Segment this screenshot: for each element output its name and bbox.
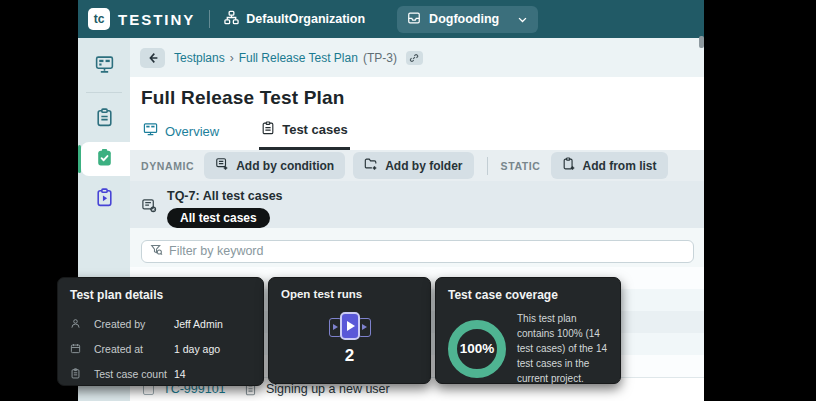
title-section: Full Release Test Plan Overview: [130, 77, 704, 150]
detail-value: 14: [174, 368, 186, 380]
add-by-folder-label: Add by folder: [385, 159, 462, 173]
toolbar-divider: [487, 157, 488, 175]
testiny-logo-icon[interactable]: tc: [88, 8, 110, 30]
add-toolbar: DYNAMIC Add by condition Add by folder: [130, 150, 704, 181]
filter-keyword-input[interactable]: [169, 244, 685, 258]
sidebar-item-testplans[interactable]: [78, 142, 130, 176]
organization-icon: [224, 10, 239, 28]
organization-name: DefaultOrganization: [246, 12, 365, 26]
active-item-indicator: [78, 145, 81, 173]
breadcrumb-separator: ›: [230, 51, 234, 65]
sidebar-item-testcases[interactable]: [78, 102, 130, 136]
filter-input-container: [141, 240, 694, 263]
test-plan-details-panel: Test plan details Created by Jeff Admin …: [57, 277, 264, 386]
brand-name: TESTINY: [118, 11, 195, 28]
query-info: TQ-7: All test cases All test cases: [167, 187, 283, 228]
coverage-description: This test plan contains 100% (14 test ca…: [517, 311, 608, 386]
breadcrumb-id: (TP-3): [363, 51, 397, 65]
breadcrumb-row: Testplans › Full Release Test Plan (TP-3…: [130, 38, 704, 77]
permalink-icon[interactable]: [406, 51, 423, 65]
test-query-section: TQ-7: All test cases All test cases: [130, 181, 704, 228]
open-runs-body: 2: [281, 304, 418, 373]
clipboard-small-icon: [70, 368, 84, 379]
filter-funnel-icon: [150, 242, 163, 260]
clipboard-icon: [94, 107, 115, 132]
query-title: TQ-7: All test cases: [167, 189, 283, 203]
filter-row: [130, 239, 704, 267]
test-case-coverage-panel: Test case coverage 100% This test plan c…: [435, 277, 621, 384]
breadcrumb: Testplans › Full Release Test Plan (TP-3…: [174, 51, 397, 65]
sidebar-item-testruns[interactable]: [78, 182, 130, 216]
breadcrumb-current-link[interactable]: Full Release Test Plan: [239, 51, 358, 65]
coverage-body: 100% This test plan contains 100% (14 te…: [448, 311, 608, 386]
chevron-down-icon: [517, 14, 528, 25]
scrollbar-thumb[interactable]: [699, 36, 704, 48]
section-spacer: [130, 228, 704, 238]
run-play-icon: [340, 312, 360, 340]
breadcrumb-testplans-link[interactable]: Testplans: [174, 51, 225, 65]
sidebar-separator: [86, 92, 122, 93]
person-icon: [70, 318, 84, 329]
detail-row-created-by: Created by Jeff Admin: [70, 311, 251, 336]
tab-test-cases[interactable]: Test cases: [259, 121, 350, 150]
project-name: Dogfooding: [429, 12, 499, 26]
document-plus-icon: [215, 157, 229, 174]
query-gear-icon: [141, 197, 158, 228]
add-by-condition-label: Add by condition: [236, 159, 334, 173]
detail-row-test-case-count: Test case count 14: [70, 361, 251, 386]
dashboard-icon: [94, 54, 115, 79]
tab-overview-label: Overview: [165, 124, 219, 139]
dynamic-label: DYNAMIC: [141, 160, 194, 172]
page-title: Full Release Test Plan: [141, 87, 704, 109]
open-runs-title: Open test runs: [281, 288, 418, 300]
calendar-icon: [70, 343, 84, 354]
detail-value: Jeff Admin: [174, 318, 223, 330]
testplan-tooltip-overlay: Test plan details Created by Jeff Admin …: [57, 277, 621, 386]
clipboard-plus-icon: [562, 157, 576, 174]
add-from-list-label: Add from list: [583, 159, 657, 173]
top-bar: tc TESTINY DefaultOrganization Dogfoodin…: [78, 0, 704, 38]
detail-label: Test case count: [94, 368, 174, 380]
test-runs-stack-icon: [326, 311, 374, 343]
folder-plus-icon: [364, 157, 378, 174]
detail-label: Created by: [94, 318, 174, 330]
coverage-donut-chart: 100%: [448, 320, 506, 378]
detail-label: Created at: [94, 343, 174, 355]
tab-overview[interactable]: Overview: [141, 121, 221, 150]
detail-value: 1 day ago: [174, 343, 220, 355]
static-label: STATIC: [501, 160, 541, 172]
project-icon: [407, 11, 421, 28]
add-from-list-button[interactable]: Add from list: [551, 152, 668, 179]
coverage-title: Test case coverage: [448, 288, 608, 302]
add-by-folder-button[interactable]: Add by folder: [353, 152, 473, 179]
coverage-percent: 100%: [460, 341, 495, 356]
tab-test-cases-label: Test cases: [282, 122, 348, 137]
details-title: Test plan details: [70, 288, 251, 302]
back-button[interactable]: [140, 48, 165, 68]
sidebar-item-dashboard[interactable]: [78, 49, 130, 83]
logo-monogram: tc: [94, 12, 105, 26]
open-test-runs-panel: Open test runs 2: [268, 277, 431, 384]
screen: tc TESTINY DefaultOrganization Dogfoodin…: [0, 0, 816, 401]
overview-monitor-icon: [143, 122, 158, 140]
organization-switcher[interactable]: DefaultOrganization: [224, 10, 365, 28]
testcases-clipboard-icon: [261, 121, 275, 138]
clipboard-play-icon: [94, 187, 115, 212]
open-runs-count: 2: [345, 346, 354, 366]
query-chip[interactable]: All test cases: [167, 208, 270, 228]
detail-row-created-at: Created at 1 day ago: [70, 336, 251, 361]
topbar-divider: [209, 10, 210, 28]
tab-bar: Overview Test cases: [141, 121, 704, 150]
project-select[interactable]: Dogfooding: [397, 6, 538, 33]
add-by-condition-button[interactable]: Add by condition: [204, 152, 345, 179]
